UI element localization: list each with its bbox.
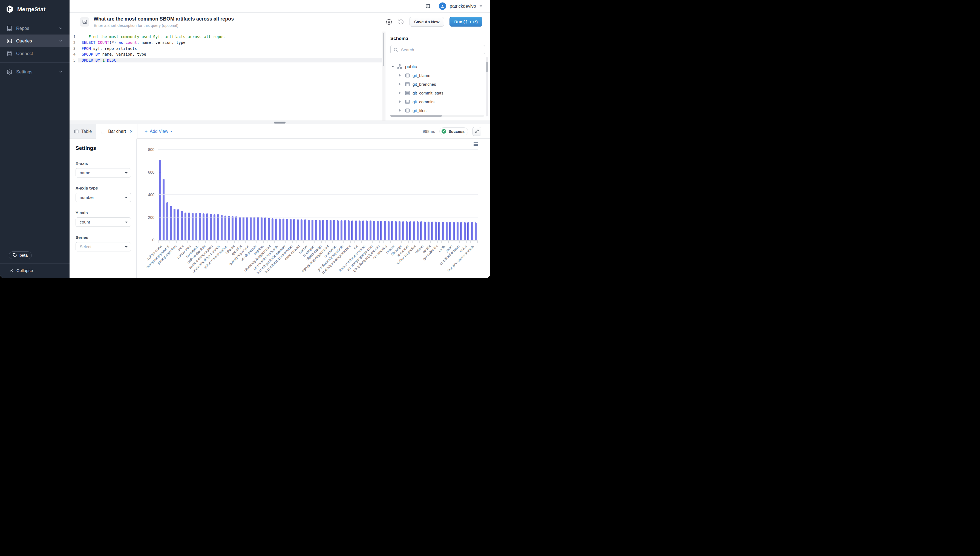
- chart-bar[interactable]: [464, 222, 466, 240]
- chart-bar[interactable]: [210, 214, 212, 240]
- save-as-new-button[interactable]: Save As New: [409, 17, 444, 27]
- query-history-icon[interactable]: [398, 18, 405, 26]
- chart-bar[interactable]: [369, 220, 371, 240]
- chart-bar[interactable]: [275, 218, 277, 240]
- chart-bar[interactable]: [311, 220, 313, 240]
- tab-table[interactable]: Table: [69, 124, 96, 138]
- chart-bar[interactable]: [431, 221, 433, 240]
- chart-bar[interactable]: [206, 213, 208, 240]
- query-title[interactable]: What are the most common SBOM artifacts …: [93, 16, 381, 22]
- chart-bar[interactable]: [301, 220, 303, 240]
- chart-bar[interactable]: [467, 222, 469, 240]
- chart-bar[interactable]: [239, 217, 241, 240]
- sidebar-item-repos[interactable]: Repos: [0, 22, 69, 34]
- chart-bar[interactable]: [188, 213, 190, 240]
- chart-bar[interactable]: [221, 215, 222, 240]
- chart-bar[interactable]: [438, 222, 440, 240]
- chart-bar[interactable]: [351, 220, 353, 240]
- chart-bar[interactable]: [395, 221, 397, 240]
- chart-bar[interactable]: [174, 209, 176, 240]
- chart-bar[interactable]: [366, 220, 368, 240]
- close-tab-icon[interactable]: ✕: [128, 129, 133, 134]
- caret-right-icon[interactable]: [399, 92, 402, 94]
- chart-bar[interactable]: [471, 222, 473, 240]
- chart-bar[interactable]: [460, 222, 462, 240]
- chart-bar[interactable]: [290, 219, 292, 240]
- schema-vertical-scrollbar[interactable]: [486, 57, 488, 116]
- chart-menu-icon[interactable]: [474, 142, 478, 147]
- chart-bar[interactable]: [424, 221, 426, 240]
- chart-bar[interactable]: [264, 217, 266, 240]
- schema-table-row[interactable]: git_blame: [385, 71, 486, 80]
- chart-bar[interactable]: [184, 213, 186, 240]
- chart-bar[interactable]: [192, 213, 193, 240]
- user-menu-caret-icon[interactable]: [480, 5, 482, 8]
- chart-bar[interactable]: [253, 217, 255, 240]
- chart-bar[interactable]: [235, 217, 237, 240]
- chart-bar[interactable]: [286, 219, 288, 240]
- query-description-placeholder[interactable]: Enter a short description for this query…: [93, 23, 381, 27]
- chart-bar[interactable]: [359, 220, 361, 240]
- chart-bar[interactable]: [340, 220, 342, 240]
- chart-bar[interactable]: [304, 220, 306, 240]
- caret-right-icon[interactable]: [399, 109, 402, 112]
- chart-bar[interactable]: [413, 221, 415, 240]
- docs-book-icon[interactable]: [424, 3, 431, 10]
- caret-down-icon[interactable]: [392, 66, 394, 69]
- editor-scrollbar[interactable]: [382, 31, 385, 121]
- chart-bar[interactable]: [246, 217, 248, 240]
- chart-bar[interactable]: [326, 220, 328, 240]
- chart-bar[interactable]: [319, 220, 321, 240]
- chart-bar[interactable]: [391, 221, 393, 240]
- chart-bar[interactable]: [442, 222, 444, 240]
- chart-bar[interactable]: [272, 218, 274, 240]
- chart-setting-select[interactable]: Select: [76, 242, 131, 251]
- caret-right-icon[interactable]: [399, 100, 402, 103]
- code-line[interactable]: 2SELECT COUNT(*) as count, name, version…: [69, 40, 382, 46]
- chart-bar[interactable]: [380, 221, 382, 240]
- query-settings-gear-icon[interactable]: [385, 18, 393, 26]
- chart-bar[interactable]: [250, 217, 251, 240]
- chart-bar[interactable]: [475, 222, 477, 240]
- panel-resize-handle[interactable]: [274, 121, 285, 123]
- schema-horizontal-scrollbar[interactable]: [390, 115, 484, 117]
- chart-bar[interactable]: [446, 222, 448, 240]
- chart-bar[interactable]: [456, 222, 459, 240]
- chart-bar[interactable]: [398, 221, 400, 240]
- chart-bar[interactable]: [261, 217, 263, 240]
- schema-root-row[interactable]: public: [385, 62, 486, 71]
- caret-right-icon[interactable]: [399, 74, 402, 77]
- chart-bar[interactable]: [406, 221, 408, 240]
- code-line[interactable]: 4GROUP BY name, version, type: [69, 52, 382, 58]
- chart-bar[interactable]: [355, 220, 357, 240]
- schema-search-input[interactable]: [400, 47, 482, 52]
- run-query-button[interactable]: Run (⇧ + ↵): [450, 17, 482, 27]
- chart-bar[interactable]: [279, 218, 280, 240]
- schema-table-row[interactable]: git_branches: [385, 80, 486, 89]
- chart-bar[interactable]: [282, 218, 284, 240]
- chart-bar[interactable]: [293, 219, 295, 240]
- chart-bar[interactable]: [420, 221, 422, 240]
- chart-bar[interactable]: [228, 216, 230, 240]
- chart-bar[interactable]: [330, 220, 332, 240]
- chart-bar[interactable]: [388, 221, 390, 240]
- add-view-button[interactable]: + Add View: [145, 124, 172, 138]
- chart-bar[interactable]: [224, 215, 226, 240]
- code-line[interactable]: 3FROM syft_repo_artifacts: [69, 45, 382, 52]
- chart-bar[interactable]: [449, 222, 451, 240]
- chart-bar[interactable]: [362, 220, 364, 240]
- chart-bar[interactable]: [214, 214, 216, 240]
- chart-bar[interactable]: [181, 211, 183, 240]
- chart-bar[interactable]: [333, 220, 335, 240]
- chart-bar[interactable]: [322, 220, 324, 240]
- username[interactable]: patrickdevivo: [450, 3, 476, 9]
- caret-right-icon[interactable]: [399, 83, 402, 86]
- chart-bar[interactable]: [402, 221, 404, 240]
- chart-setting-select[interactable]: name: [76, 168, 131, 178]
- chart-bar[interactable]: [348, 220, 350, 240]
- schema-table-row[interactable]: git_commits: [385, 97, 486, 106]
- chart-bar[interactable]: [297, 220, 299, 240]
- sidebar-item-connect[interactable]: Connect: [0, 47, 69, 60]
- chart-bar[interactable]: [417, 221, 419, 240]
- avatar[interactable]: [439, 2, 446, 10]
